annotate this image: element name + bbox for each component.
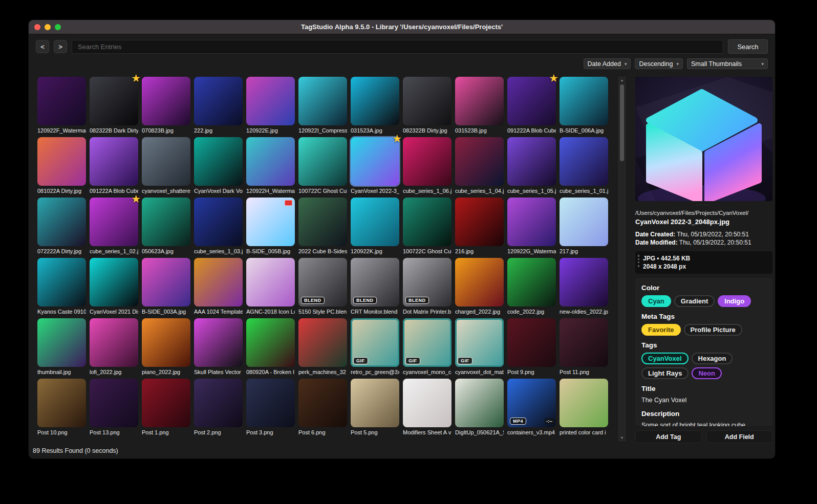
grid-item[interactable]: ★ 091222A Blob Cube (507, 77, 556, 134)
grid-item[interactable]: ★ 082322B Dark Dirty (90, 77, 138, 134)
grid-item[interactable]: ★ 070823B.jpg (142, 77, 190, 134)
grid-item[interactable]: ★ 050623A.jpg (142, 198, 190, 255)
thumbnail-image[interactable]: ★ (246, 258, 295, 306)
grid-item[interactable]: ★ cube_series_1_03.j (194, 198, 243, 255)
thumbnail-image[interactable]: ★ (90, 77, 138, 125)
grid-item[interactable]: ★ code_2022.jpg (507, 258, 556, 315)
grid-item[interactable]: ★ 217.jpg (560, 198, 608, 255)
grid-item[interactable]: ★ 072222A Dirty.jpg (37, 198, 86, 255)
grid-item[interactable]: ★ Post 10.png (37, 379, 86, 436)
grid-item[interactable]: ★ 120922F_Watermarl (37, 77, 86, 134)
sort-order-dropdown[interactable]: Descending ▾ (635, 58, 683, 69)
grid-item[interactable]: ★ 2022 Cube B-Sides (298, 198, 347, 255)
grid-item[interactable]: ★ 100722C Ghost Cub (298, 137, 347, 194)
scrollbar-thumb[interactable] (620, 84, 624, 161)
thumbnail-image[interactable]: ★ (298, 198, 347, 246)
thumbnail-image[interactable]: ★ (37, 379, 86, 427)
grid-item[interactable]: ★ Post 13.png (90, 379, 138, 436)
color-tag-pill[interactable]: Cyan (641, 295, 671, 307)
grid-item[interactable]: ★ BLEND 5150 Style PC.blen (298, 258, 347, 315)
tag-pill[interactable]: Hexagon (692, 353, 733, 364)
grid-item[interactable]: ★ perk_machines_32 (298, 318, 347, 376)
grid-item[interactable]: ★ CyanVoxel 2021 Dis (90, 258, 138, 315)
grid-item[interactable]: ★ 031523A.jpg (351, 77, 399, 134)
scroll-up-icon[interactable]: ▲ (619, 78, 625, 82)
thumbnail-image[interactable]: ★ MP4 -:-- (507, 379, 556, 427)
thumbnail-image[interactable]: ★ (455, 258, 504, 306)
thumbnail-image[interactable]: ★ (142, 258, 190, 306)
grid-item[interactable]: ★ BLEND Dot Matrix Printer.b (403, 258, 451, 315)
thumbnail-image[interactable]: ★ (90, 379, 138, 427)
thumbnail-image[interactable]: ★ (37, 258, 86, 306)
thumbnail-image[interactable]: ★ (298, 137, 347, 186)
thumbnail-image[interactable]: ★ (194, 77, 243, 125)
thumbnail-image[interactable]: ★ GIF (351, 318, 399, 367)
thumbnail-image[interactable]: ★ (455, 137, 504, 186)
grid-item[interactable]: ★ 120922I_Compresse (298, 77, 347, 134)
thumbnail-image[interactable]: ★ (560, 318, 608, 367)
thumbnail-image[interactable]: ★ BLEND (298, 258, 347, 306)
tag-pill[interactable]: CyanVoxel (641, 353, 689, 364)
grid-item[interactable]: ★ GIF retro_pc_green@3x (351, 318, 399, 376)
thumbnail-image[interactable]: ★ (351, 379, 399, 427)
scroll-down-icon[interactable]: ▼ (619, 436, 625, 440)
grid-item[interactable]: ★ CyanVoxel 2022-3_ (351, 137, 399, 194)
thumbnail-image[interactable]: ★ (142, 198, 190, 246)
grid-item[interactable]: ★ cube_series_1_05.j (507, 137, 556, 194)
grid-item[interactable]: ★ Post 3.png (246, 379, 295, 436)
color-tag-pill[interactable]: Gradient (674, 295, 715, 307)
thumbnail-image[interactable]: ★ (298, 379, 347, 427)
tag-pill[interactable]: Neon (692, 367, 722, 379)
grid-item[interactable]: ★ 120922E.jpg (246, 77, 295, 134)
add-tag-button[interactable]: Add Tag (635, 430, 702, 443)
thumbnail-image[interactable]: ★ (403, 77, 451, 125)
sort-field-dropdown[interactable]: Date Added ▾ (584, 58, 631, 69)
grid-scrollbar[interactable]: ▲ ▼ (618, 77, 626, 441)
thumbnail-image[interactable]: ★ (194, 318, 243, 367)
thumbnail-image[interactable]: ★ (560, 137, 608, 186)
grid-item[interactable]: ★ 091222A Blob Cube (90, 137, 138, 194)
thumbnail-image[interactable]: ★ (403, 198, 451, 246)
meta-tag-pill[interactable]: Favorite (641, 324, 681, 336)
grid-item[interactable]: ★ Post 9.png (507, 318, 556, 376)
grid-item[interactable]: ★ Kyanos Caste 0910 (37, 258, 86, 315)
search-input[interactable] (72, 40, 723, 54)
thumbnail-image[interactable]: ★ (455, 198, 504, 246)
grid-item[interactable]: ★ cube_series_1_02.j (90, 198, 138, 255)
thumbnail-image[interactable]: ★ (507, 318, 556, 367)
thumbnail-image[interactable]: ★ (507, 137, 556, 186)
thumbnail-image[interactable]: ★ BLEND (351, 258, 399, 306)
grid-item[interactable]: ★ 222.jpg (194, 77, 243, 134)
thumbnail-image[interactable]: ★ (142, 379, 190, 427)
grid-item[interactable]: ★ cyanvoxel_shattere (142, 137, 190, 194)
thumbnail-image[interactable]: ★ (142, 77, 190, 125)
thumbnail-image[interactable]: ★ (351, 198, 399, 246)
thumbnail-image[interactable]: ★ (560, 77, 608, 125)
grid-item[interactable]: ★ B-SIDE_006A.jpg (560, 77, 608, 134)
thumbnail-image[interactable]: ★ (351, 137, 399, 186)
thumbnail-image[interactable]: ★ (246, 198, 295, 246)
meta-tag-pill[interactable]: Profile Picture (684, 324, 742, 336)
grid-item[interactable]: ★ 081022A Dirty.jpg (37, 137, 86, 194)
grid-item[interactable]: ★ 120922G_Watermar (507, 198, 556, 255)
grid-item[interactable]: ★ DigItUp_050621A_S (455, 379, 504, 436)
thumbnail-image[interactable]: ★ (194, 137, 243, 186)
thumbnail-image[interactable]: ★ (90, 198, 138, 246)
thumbnail-image[interactable]: ★ (90, 137, 138, 186)
forward-button[interactable]: > (54, 40, 67, 53)
thumbnail-image[interactable]: ★ (351, 77, 399, 125)
thumbnail-image[interactable]: ★ (246, 137, 295, 186)
grid-item[interactable]: ★ AAA 1024 Template (194, 258, 243, 315)
zoom-window-icon[interactable] (55, 24, 61, 30)
thumbnail-image[interactable]: ★ (560, 258, 608, 306)
thumbnail-image[interactable]: ★ GIF (455, 318, 504, 367)
grid-item[interactable]: ★ thumbnail.jpg (37, 318, 86, 376)
thumb-size-dropdown[interactable]: Small Thumbnails ▾ (687, 58, 768, 69)
grid-item[interactable]: ★ Skull Plates Vector (194, 318, 243, 376)
back-button[interactable]: < (36, 40, 49, 53)
grid-item[interactable]: ★ CyanVoxel Dark Vox (194, 137, 243, 194)
grid-item[interactable]: ★ GIF cyanvoxel_mono_cr (403, 318, 451, 376)
thumbnail-image[interactable]: ★ (194, 258, 243, 306)
grid-item[interactable]: ★ 080920A - Broken I (246, 318, 295, 376)
grid-item[interactable]: ★ Modifiers Sheet A v (403, 379, 451, 436)
